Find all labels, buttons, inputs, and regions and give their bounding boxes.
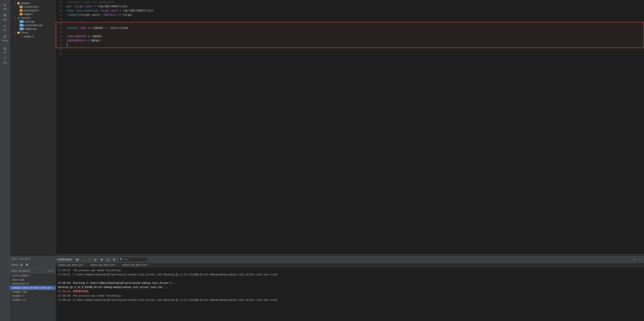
sort-icon[interactable]: ⇅ bbox=[48, 269, 49, 272]
line-content-37: !isEmpty(target.path): INSTALLS += targe… bbox=[65, 13, 644, 17]
sidebar-item-edit[interactable]: 编辑 bbox=[0, 12, 10, 23]
debug-icon bbox=[3, 35, 7, 39]
cpp-icon-main: c++ bbox=[20, 20, 24, 23]
output-panel-title: 应用程序输出 bbox=[57, 258, 72, 261]
close-panel-icon[interactable]: ✕ bbox=[53, 269, 54, 272]
split-icon[interactable]: ⊞ bbox=[50, 269, 52, 272]
tree-label-forms: Forms bbox=[21, 31, 28, 34]
open-doc-main-cpp[interactable]: main.cpp bbox=[10, 278, 56, 282]
code-line-41: 41 bbox=[56, 31, 644, 35]
output-tab-close-1[interactable]: ✕ bbox=[84, 264, 85, 266]
arrow-headers: ▼ bbox=[14, 2, 17, 4]
tree-item-widget-ui[interactable]: ✏ widget.ui bbox=[10, 35, 56, 38]
code-editor[interactable]: 34 # Default rules for deployment. 35 qn… bbox=[56, 0, 644, 254]
tree-label-headers: Headers bbox=[21, 2, 30, 5]
line-content-43: │DEPENDPATH += $$PWD/. bbox=[65, 39, 644, 42]
run-output-button[interactable]: ▶ bbox=[93, 257, 98, 262]
code-line-34: 34 # Default rules for deployment. bbox=[56, 1, 644, 5]
code-line-43: 43 │DEPENDPATH += $$PWD/. bbox=[56, 39, 644, 43]
file-tree: ▼ 🏠 Headers h ControlCAN.h h qcustomplot… bbox=[10, 0, 56, 256]
remove-output-button[interactable]: − bbox=[638, 257, 642, 262]
svg-marker-9 bbox=[76, 258, 78, 261]
code-line-35: 35 qnx: target.path = /tmp/$${TARGET}/bi… bbox=[56, 5, 644, 9]
add-output-button[interactable]: + bbox=[632, 257, 637, 262]
tree-item-headers[interactable]: ▼ 🏠 Headers bbox=[10, 1, 56, 5]
open-doc-widget-h[interactable]: widget.h bbox=[10, 294, 56, 298]
sidebar-item-help[interactable]: ❓ 帮助 bbox=[0, 55, 10, 66]
line-num-45: 45 bbox=[56, 48, 65, 51]
left-panel-bottom: usbca…_tool 🖥 ▶ Debug ▶ ⏺ Open Documents… bbox=[10, 256, 56, 321]
output-tab-2[interactable]: usbcan_test_driver_tool ✕ bbox=[88, 263, 120, 267]
line-num-43: 43 bbox=[56, 39, 65, 42]
svg-point-6 bbox=[4, 47, 5, 48]
output-tab-close-2[interactable]: ✕ bbox=[116, 264, 117, 266]
output-line-8: 17:30:18: C:\Users\Admin\Desktop\QT\work… bbox=[58, 298, 642, 302]
to-end-button[interactable] bbox=[75, 257, 80, 262]
prev-button[interactable]: ‹ bbox=[81, 257, 86, 262]
settings-button[interactable]: ⚙ bbox=[112, 257, 116, 262]
line-content-41 bbox=[65, 31, 644, 34]
svg-rect-1 bbox=[4, 15, 6, 16]
line-content-42: │INCLUDEPATH += $$PWD/. bbox=[65, 35, 644, 38]
code-line-44: 44 ​ bbox=[56, 43, 644, 48]
tree-item-forms[interactable]: ▼ 📁 Forms bbox=[10, 31, 56, 35]
output-tab-close-3[interactable]: ✕ bbox=[148, 264, 149, 266]
tree-label-widget-h: widget.h bbox=[23, 13, 32, 16]
line-num-37: 37 bbox=[56, 13, 65, 17]
output-toolbar: 应用程序输出 ‹ › ▶ ■ ⚙ 🔍 + − bbox=[56, 256, 644, 263]
folder-headers-icon: 🏠 bbox=[17, 2, 20, 5]
horizontal-scrollbar[interactable] bbox=[56, 254, 644, 256]
h-icon-controlcan: h bbox=[20, 6, 22, 8]
open-doc-controlcan-h[interactable]: ControlCAN.h bbox=[10, 274, 56, 278]
tree-item-qcustomplot-h[interactable]: h qcustomplot.h bbox=[10, 9, 56, 12]
toolbar-right: + − bbox=[632, 257, 642, 262]
open-doc-pro[interactable]: usbcan_test_driver_tool.pro* bbox=[10, 286, 56, 290]
tree-item-widget-h[interactable]: h widget.h bbox=[10, 12, 56, 16]
output-line-2: 17:29:51: C:\Users\Admin\Desktop\QT\work… bbox=[58, 273, 642, 277]
line-num-46: 46 bbox=[56, 52, 65, 56]
sources-folder-icon: ◉ bbox=[17, 16, 20, 19]
sidebar-item-debug[interactable]: Debug bbox=[0, 33, 10, 43]
line-num-36: 36 bbox=[56, 9, 65, 12]
cpp-icon-widget: c++ bbox=[20, 28, 24, 30]
output-line-7: 17:30:18: The process was ended forceful… bbox=[58, 294, 642, 298]
debug-label-bottom: Debug bbox=[12, 263, 18, 266]
tree-item-controlcan-h[interactable]: h ControlCAN.h bbox=[10, 5, 56, 9]
attach-button[interactable] bbox=[106, 257, 110, 262]
open-docs-title: Open Documents bbox=[12, 270, 31, 272]
sidebar-item-design[interactable]: ◈ 设计 bbox=[0, 23, 10, 33]
open-doc-minwindef-h[interactable]: minwindef.h bbox=[10, 282, 56, 286]
cpp-icon-qcustomplot: c++ bbox=[20, 24, 24, 27]
open-docs-header-icons: ⇅ ⊞ ✕ bbox=[48, 269, 54, 272]
open-doc-widget-ui[interactable]: widget.ui bbox=[10, 298, 56, 302]
open-doc-widget-cpp[interactable]: widget.cpp bbox=[10, 290, 56, 294]
code-line-40: 40 │win32: LIBS +=-L$$PWD/./ -lControlCA… bbox=[56, 27, 644, 31]
tree-item-sources[interactable]: ▼ ◉ Sources bbox=[10, 16, 56, 20]
sidebar-item-welcome[interactable]: ⊞ 欢迎 bbox=[0, 2, 10, 12]
run-button[interactable]: ▶ bbox=[20, 262, 24, 268]
tree-item-main-cpp[interactable]: c++ main.cpp bbox=[10, 20, 56, 23]
tree-item-qcustomplot-cpp[interactable]: c++ qcustomplot.cpp bbox=[10, 23, 56, 27]
line-num-44: 44 bbox=[56, 43, 65, 47]
line-content-46 bbox=[65, 52, 644, 56]
sidebar-item-project[interactable]: 项目 bbox=[0, 45, 10, 55]
output-tab-1[interactable]: usbcan_test_driver_tool ✕ bbox=[56, 263, 88, 267]
sidebar-label-design: 设计 bbox=[3, 29, 7, 32]
svg-point-5 bbox=[4, 37, 5, 38]
filter-input[interactable] bbox=[124, 258, 146, 261]
record-icon: ⏺ bbox=[26, 263, 28, 266]
monitor-icon: 🖥 bbox=[25, 257, 28, 260]
next-button[interactable]: › bbox=[87, 257, 92, 262]
sidebar-label-project: 项目 bbox=[3, 51, 7, 54]
line-num-38: 38 bbox=[56, 18, 65, 21]
output-tab-3[interactable]: usbcan_test_driver_tool ✕ bbox=[120, 263, 152, 267]
line-content-44: ​ bbox=[65, 43, 644, 47]
help-icon: ❓ bbox=[3, 57, 7, 61]
line-content-34: # Default rules for deployment. bbox=[65, 1, 644, 4]
output-line-6: 17:30:18: 程序异常结束。 bbox=[58, 289, 642, 294]
svg-point-8 bbox=[6, 49, 6, 50]
tree-item-widget-cpp[interactable]: c++ widget.cpp bbox=[10, 27, 56, 31]
line-content-39 bbox=[65, 22, 644, 26]
tree-label-widget-ui: widget.ui bbox=[24, 35, 34, 38]
stop-button[interactable]: ■ bbox=[99, 257, 104, 262]
